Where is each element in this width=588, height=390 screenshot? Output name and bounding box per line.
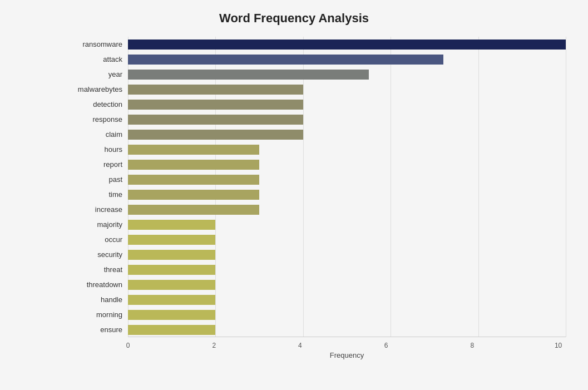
bar-track	[128, 40, 566, 50]
chart-area: ransomwareattackyearmalwarebytesdetectio…	[67, 37, 566, 359]
bar-label: security	[67, 250, 128, 259]
table-row: time	[67, 189, 566, 201]
table-row: occur	[67, 234, 566, 246]
table-row: threat	[67, 264, 566, 276]
bar-label: time	[67, 190, 128, 199]
bar-fill	[128, 175, 259, 185]
table-row: detection	[67, 98, 566, 111]
x-tick: 0	[126, 342, 130, 349]
bar-label: morning	[67, 310, 128, 319]
bar-fill	[128, 325, 215, 335]
x-axis-label: Frequency	[128, 351, 566, 359]
bar-track	[128, 115, 566, 125]
bar-fill	[128, 145, 259, 155]
x-axis	[128, 337, 566, 337]
bar-label: majority	[67, 220, 128, 229]
bar-fill	[128, 100, 303, 110]
bar-fill	[128, 55, 443, 65]
bar-fill	[128, 40, 566, 50]
table-row: morning	[67, 309, 566, 321]
bar-track	[128, 145, 566, 155]
bar-fill	[128, 160, 259, 170]
bar-label: attack	[67, 55, 128, 63]
bar-fill	[128, 130, 303, 140]
bar-fill	[128, 85, 303, 95]
bar-label: ransomware	[67, 40, 128, 48]
bar-fill	[128, 205, 259, 215]
bar-track	[128, 325, 566, 335]
table-row: response	[67, 113, 566, 126]
x-tick: 2	[212, 342, 216, 349]
table-row: report	[67, 159, 566, 171]
table-row: attack	[67, 53, 566, 66]
bar-label: threatdown	[67, 280, 128, 289]
bar-track	[128, 280, 566, 290]
bar-label: report	[67, 160, 128, 169]
bar-track	[128, 235, 566, 245]
bar-label: handle	[67, 295, 128, 304]
grid-line	[566, 37, 566, 337]
bar-label: past	[67, 175, 128, 184]
bar-track	[128, 160, 566, 170]
bar-label: ensure	[67, 325, 128, 334]
bar-label: occur	[67, 235, 128, 244]
bar-label: malwarebytes	[67, 85, 128, 93]
table-row: ransomware	[67, 38, 566, 51]
bar-track	[128, 190, 566, 200]
table-row: handle	[67, 294, 566, 306]
bar-track	[128, 265, 566, 275]
x-tick: 6	[384, 342, 388, 349]
bar-fill	[128, 70, 369, 80]
bar-label: hours	[67, 145, 128, 154]
table-row: past	[67, 174, 566, 186]
x-tick: 4	[298, 342, 302, 349]
bar-fill	[128, 265, 215, 275]
bar-label: threat	[67, 265, 128, 274]
bar-fill	[128, 115, 303, 125]
bar-fill	[128, 295, 215, 305]
bar-label: detection	[67, 100, 128, 108]
bar-track	[128, 250, 566, 260]
table-row: majority	[67, 219, 566, 231]
bar-label: response	[67, 115, 128, 124]
table-row: ensure	[67, 324, 566, 336]
bar-fill	[128, 310, 215, 320]
table-row: threatdown	[67, 279, 566, 291]
bar-label: year	[67, 70, 128, 78]
table-row: hours	[67, 144, 566, 156]
chart-title: Word Frequency Analysis	[22, 11, 566, 26]
bar-track	[128, 130, 566, 140]
bar-track	[128, 205, 566, 215]
bars-wrapper: ransomwareattackyearmalwarebytesdetectio…	[67, 37, 566, 337]
bar-track	[128, 100, 566, 110]
bar-fill	[128, 280, 215, 290]
bar-track	[128, 55, 566, 65]
bar-label: claim	[67, 130, 128, 139]
bar-track	[128, 70, 566, 80]
chart-container: Word Frequency Analysis ransomwareattack…	[0, 0, 588, 390]
bar-track	[128, 295, 566, 305]
table-row: security	[67, 249, 566, 261]
table-row: claim	[67, 129, 566, 141]
table-row: increase	[67, 204, 566, 216]
bar-fill	[128, 220, 215, 230]
table-row: malwarebytes	[67, 83, 566, 96]
x-ticks: 0246810	[128, 342, 566, 349]
bar-fill	[128, 250, 215, 260]
bar-track	[128, 85, 566, 95]
x-tick: 10	[555, 342, 562, 349]
table-row: year	[67, 68, 566, 81]
bar-track	[128, 175, 566, 185]
bar-label: increase	[67, 205, 128, 214]
bar-track	[128, 310, 566, 320]
x-tick: 8	[471, 342, 475, 349]
bar-fill	[128, 190, 259, 200]
bar-track	[128, 220, 566, 230]
bar-fill	[128, 235, 215, 245]
